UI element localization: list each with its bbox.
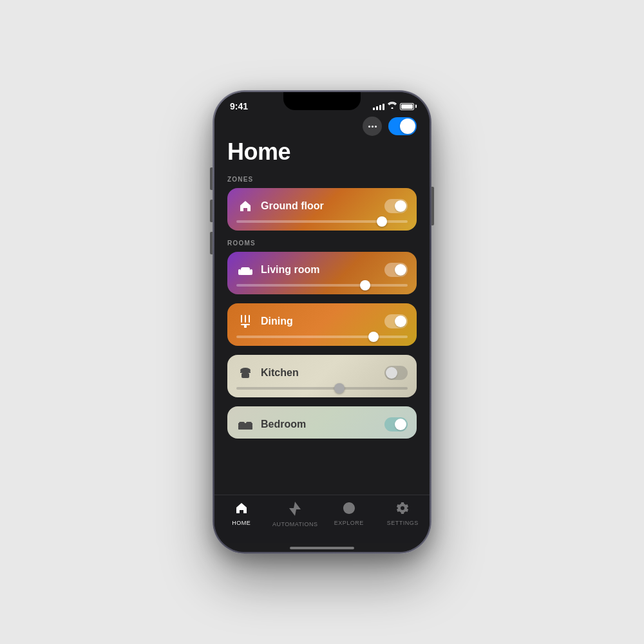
svg-rect-16 xyxy=(238,423,252,425)
card-top: Living room xyxy=(227,252,417,284)
home-title: Home xyxy=(227,138,417,166)
home-nav-icon xyxy=(235,502,248,518)
svg-rect-8 xyxy=(244,325,247,328)
svg-rect-3 xyxy=(241,267,250,272)
card-top: Ground floor xyxy=(227,188,417,220)
living-room-name: Living room xyxy=(261,264,320,276)
svg-rect-6 xyxy=(249,315,250,323)
automations-nav-label: AUTOMATIONS xyxy=(272,521,318,527)
screen-content: 9:41 xyxy=(214,92,430,552)
svg-rect-11 xyxy=(242,373,249,378)
dining-icon xyxy=(236,312,254,330)
svg-marker-19 xyxy=(289,502,301,516)
toggle-knob xyxy=(386,367,397,379)
home-icon xyxy=(236,197,254,215)
status-icons xyxy=(373,102,414,111)
room-card-dining[interactable]: Dining xyxy=(227,303,417,346)
bedroom-icon xyxy=(236,415,254,433)
home-nav-label: HOME xyxy=(232,520,251,526)
card-left: Dining xyxy=(236,312,293,330)
explore-nav-icon xyxy=(343,502,355,518)
power-toggle[interactable] xyxy=(388,117,417,135)
dining-slider[interactable] xyxy=(227,336,417,346)
bottom-nav: HOME AUTOMATIONS E xyxy=(214,495,430,543)
settings-nav-label: SETTINGS xyxy=(387,520,419,526)
ground-floor-name: Ground floor xyxy=(261,200,324,212)
card-left: Bedroom xyxy=(236,415,306,433)
nav-item-home[interactable]: HOME xyxy=(214,502,269,527)
toggle-knob xyxy=(395,419,406,430)
slider-thumb xyxy=(377,216,387,227)
automations-nav-icon xyxy=(289,502,301,519)
power-knob xyxy=(400,118,415,134)
status-time: 9:41 xyxy=(230,101,248,111)
zones-label: ZONES xyxy=(227,176,417,183)
kitchen-toggle[interactable] xyxy=(384,366,408,380)
kitchen-slider[interactable] xyxy=(227,387,417,397)
svg-rect-7 xyxy=(241,324,250,325)
svg-rect-4 xyxy=(241,315,242,323)
slider-track xyxy=(236,387,408,390)
nav-item-settings[interactable]: SETTINGS xyxy=(376,502,430,527)
toggle-knob xyxy=(395,264,406,276)
phone-screen: 9:41 xyxy=(214,92,430,552)
room-card-kitchen[interactable]: Kitchen xyxy=(227,355,417,397)
zone-card-ground-floor[interactable]: Ground floor xyxy=(227,188,417,231)
svg-rect-12 xyxy=(244,369,247,373)
card-top: Kitchen xyxy=(227,355,417,387)
page-title: Home xyxy=(214,136,430,176)
nav-item-explore[interactable]: EXPLORE xyxy=(322,502,376,527)
settings-nav-icon xyxy=(396,502,409,518)
svg-rect-5 xyxy=(245,315,246,323)
bedroom-name: Bedroom xyxy=(261,419,306,430)
kitchen-name: Kitchen xyxy=(261,367,299,379)
ground-floor-slider[interactable] xyxy=(227,220,417,231)
slider-thumb xyxy=(368,332,379,342)
ground-floor-toggle[interactable] xyxy=(384,199,408,213)
living-room-toggle[interactable] xyxy=(384,263,408,277)
phone-container: 9:41 xyxy=(213,90,431,554)
card-left: Kitchen xyxy=(236,364,299,382)
card-top: Bedroom xyxy=(227,406,417,439)
card-left: Living room xyxy=(236,261,320,279)
header-actions xyxy=(214,111,430,136)
living-room-slider[interactable] xyxy=(227,284,417,294)
home-indicator xyxy=(290,547,354,549)
signal-icon xyxy=(373,102,384,110)
battery-icon xyxy=(400,103,414,110)
slider-thumb xyxy=(334,383,345,393)
svg-rect-18 xyxy=(251,427,252,430)
slider-thumb xyxy=(360,280,370,290)
wifi-icon xyxy=(388,102,397,111)
nav-item-automations[interactable]: AUTOMATIONS xyxy=(269,502,323,527)
sofa-icon xyxy=(236,261,254,279)
toggle-knob xyxy=(395,316,406,327)
slider-track xyxy=(236,220,408,223)
kitchen-icon xyxy=(236,364,254,382)
slider-track xyxy=(236,284,408,287)
notch xyxy=(283,92,361,110)
room-card-living[interactable]: Living room xyxy=(227,252,417,294)
card-top: Dining xyxy=(227,303,417,336)
battery-fill xyxy=(401,104,413,109)
card-left: Ground floor xyxy=(236,197,324,215)
bedroom-toggle[interactable] xyxy=(384,417,408,431)
svg-rect-17 xyxy=(238,427,240,430)
toggle-knob xyxy=(395,200,406,212)
slider-track xyxy=(236,336,408,338)
sections-container: ZONES Ground floor xyxy=(214,176,430,495)
dining-toggle[interactable] xyxy=(384,314,408,328)
room-card-bedroom[interactable]: Bedroom xyxy=(227,406,417,439)
explore-nav-label: EXPLORE xyxy=(334,520,364,526)
dining-name: Dining xyxy=(261,316,293,327)
rooms-label: ROOMS xyxy=(227,240,417,247)
more-dots-icon xyxy=(368,126,377,128)
more-button[interactable] xyxy=(363,117,382,136)
